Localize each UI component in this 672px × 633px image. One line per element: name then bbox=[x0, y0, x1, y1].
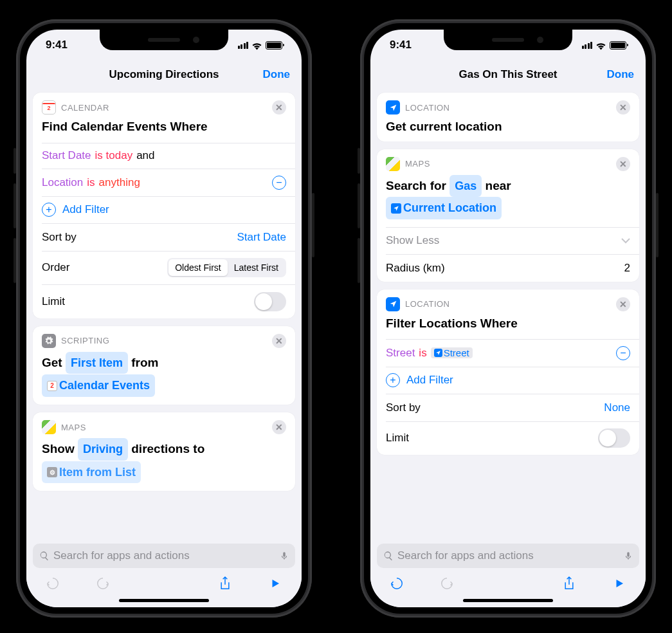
wifi-icon bbox=[595, 40, 606, 51]
limit-row: Limit bbox=[33, 285, 295, 318]
app-label: LOCATION bbox=[405, 103, 611, 113]
battery-icon bbox=[266, 41, 282, 50]
param-token: First Item bbox=[66, 352, 128, 374]
add-filter-button[interactable]: + Add Filter bbox=[33, 196, 295, 223]
close-icon[interactable]: ✕ bbox=[272, 100, 286, 115]
app-label: LOCATION bbox=[405, 299, 611, 309]
segment-newest[interactable]: Latest First bbox=[228, 259, 285, 276]
close-icon[interactable]: ✕ bbox=[616, 157, 630, 171]
variable-token: Current Location bbox=[386, 197, 502, 219]
search-icon bbox=[383, 549, 394, 562]
undo-button[interactable] bbox=[43, 574, 62, 591]
close-icon[interactable]: ✕ bbox=[616, 297, 630, 311]
plus-circle-icon: + bbox=[42, 203, 56, 217]
action-card-filter-locations: LOCATION ✕ Filter Locations Where Street… bbox=[377, 289, 639, 455]
variable-token: ⚙ Item from List bbox=[42, 461, 141, 484]
sort-by-row[interactable]: Sort by Start Date bbox=[33, 224, 295, 251]
remove-filter-button[interactable]: − bbox=[272, 176, 286, 190]
redo-button[interactable] bbox=[93, 574, 113, 591]
search-placeholder: Search for apps and actions bbox=[53, 549, 276, 562]
play-button[interactable] bbox=[266, 574, 285, 591]
action-card-location: LOCATION ✕ Get current location bbox=[377, 93, 639, 142]
redo-button[interactable] bbox=[437, 574, 457, 591]
chevron-down-icon bbox=[621, 234, 630, 247]
param-token: Gas bbox=[450, 175, 482, 197]
signal-icon bbox=[238, 42, 249, 49]
variable-token: Street bbox=[431, 347, 473, 358]
action-card-calendar: 2 CALENDAR ✕ Find Calendar Events Where … bbox=[33, 93, 295, 318]
radius-row[interactable]: Radius (km) 2 bbox=[377, 255, 639, 282]
close-icon[interactable]: ✕ bbox=[272, 334, 286, 348]
filter-condition-row[interactable]: Location is anything − bbox=[33, 169, 295, 196]
remove-filter-button[interactable]: − bbox=[616, 346, 630, 360]
add-filter-button[interactable]: + Add Filter bbox=[377, 367, 639, 394]
segment-oldest[interactable]: Oldest First bbox=[168, 259, 228, 276]
calendar-icon: 2 bbox=[42, 100, 56, 115]
search-input[interactable]: Search for apps and actions bbox=[33, 544, 295, 568]
search-input[interactable]: Search for apps and actions bbox=[377, 544, 639, 568]
gear-icon bbox=[42, 334, 56, 348]
done-button[interactable]: Done bbox=[263, 68, 291, 81]
signal-icon bbox=[582, 42, 593, 49]
show-less-button[interactable]: Show Less bbox=[377, 227, 639, 254]
mic-icon[interactable] bbox=[624, 549, 633, 562]
app-label: MAPS bbox=[405, 159, 611, 169]
mic-icon[interactable] bbox=[280, 549, 289, 562]
limit-row: Limit bbox=[377, 421, 639, 455]
play-button[interactable] bbox=[610, 574, 629, 591]
filter-condition-row[interactable]: Start Date is today and bbox=[33, 143, 295, 169]
share-button[interactable] bbox=[215, 574, 235, 591]
share-button[interactable] bbox=[559, 574, 579, 591]
close-icon[interactable]: ✕ bbox=[616, 100, 630, 115]
plus-circle-icon: + bbox=[386, 373, 400, 387]
maps-icon bbox=[386, 157, 400, 171]
location-icon bbox=[386, 297, 400, 311]
filter-condition-row[interactable]: Street is Street − bbox=[377, 340, 639, 367]
limit-toggle[interactable] bbox=[598, 428, 630, 448]
sort-by-row[interactable]: Sort by None bbox=[377, 394, 639, 421]
action-sentence[interactable]: Show Driving directions to ⚙ Item from L… bbox=[33, 437, 295, 491]
maps-icon bbox=[42, 420, 56, 434]
action-card-maps: MAPS ✕ Search for Gas near Current Locat… bbox=[377, 149, 639, 282]
wifi-icon bbox=[251, 40, 262, 51]
app-label: SCRIPTING bbox=[61, 336, 267, 345]
page-title: Gas On This Street bbox=[459, 68, 557, 81]
variable-token: 2 Calendar Events bbox=[42, 374, 155, 397]
order-row: Order Oldest First Latest First bbox=[33, 251, 295, 284]
undo-button[interactable] bbox=[387, 574, 406, 591]
home-indicator[interactable] bbox=[119, 599, 209, 602]
location-icon bbox=[386, 100, 400, 115]
page-title: Upcoming Directions bbox=[109, 68, 219, 81]
order-segmented-control[interactable]: Oldest First Latest First bbox=[167, 258, 286, 277]
action-title: Find Calendar Events Where bbox=[33, 117, 295, 143]
action-card-scripting: SCRIPTING ✕ Get First Item from 2 Calend… bbox=[33, 326, 295, 405]
limit-toggle[interactable] bbox=[254, 292, 286, 311]
action-card-maps: MAPS ✕ Show Driving directions to ⚙ Item… bbox=[33, 412, 295, 491]
action-title: Filter Locations Where bbox=[377, 314, 639, 340]
action-sentence[interactable]: Search for Gas near Current Location bbox=[377, 174, 639, 227]
home-indicator[interactable] bbox=[463, 599, 553, 602]
battery-icon bbox=[610, 41, 626, 50]
close-icon[interactable]: ✕ bbox=[272, 420, 286, 434]
search-icon bbox=[39, 549, 50, 562]
action-title: Get current location bbox=[377, 117, 639, 142]
action-sentence[interactable]: Get First Item from 2 Calendar Events bbox=[33, 351, 295, 405]
app-label: MAPS bbox=[61, 423, 267, 432]
done-button[interactable]: Done bbox=[607, 68, 635, 81]
app-label: CALENDAR bbox=[61, 103, 267, 113]
search-placeholder: Search for apps and actions bbox=[397, 549, 620, 562]
status-time: 9:41 bbox=[390, 39, 412, 51]
status-time: 9:41 bbox=[46, 39, 68, 51]
param-token: Driving bbox=[78, 438, 128, 461]
